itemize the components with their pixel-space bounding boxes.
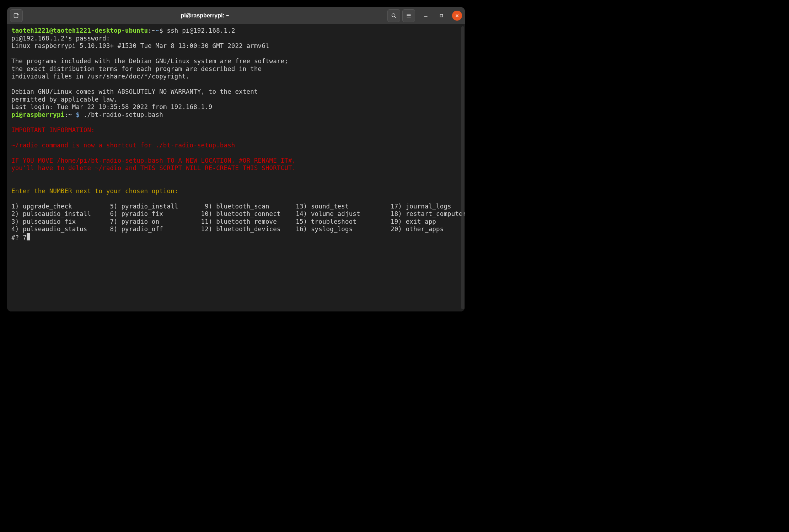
last-login: Last login: Tue Mar 22 19:35:58 2022 fro… [11,103,213,110]
remote-prompt-user: pi@raspberrypi [11,111,64,118]
new-tab-button[interactable] [10,9,23,22]
hamburger-icon [406,13,412,18]
search-button[interactable] [387,9,400,22]
user-input[interactable]: 7 [23,234,27,241]
select-prompt: #? [11,234,23,241]
remote-cmd: ./bt-radio-setup.bash [84,111,163,118]
important-line2: IF YOU MOVE /home/pi/bt-radio-setup.bash… [11,157,296,164]
motd-l2: the exact distribution terms for each pr… [11,65,262,72]
window-title: pi@raspberrypi: ~ [23,12,387,19]
important-header: IMPORTANT INFORMATION: [11,126,95,134]
search-icon [391,13,397,18]
local-prompt-colon: :~ [148,27,155,34]
terminal-viewport[interactable]: taoteh1221@taoteh1221-desktop-ubuntu:~~$… [7,24,465,311]
motd-l4: Debian GNU/Linux comes with ABSOLUTELY N… [11,88,258,95]
svg-rect-9 [440,14,443,17]
important-line1: ~/radio command is now a shortcut for ./… [11,142,235,149]
menu-row3: 3) pulseaudio_fix 7) pyradio_on 11) blue… [11,218,436,225]
menu-row4: 4) pulseaudio_status 8) pyradio_off 12) … [11,226,444,233]
minimize-icon [424,13,428,18]
menu-row2: 2) pulseaudio_install 6) pyradio_fix 10)… [11,210,465,217]
maximize-icon [439,13,444,18]
important-line3: you'll have to delete ~/radio and THIS S… [11,164,296,172]
new-tab-icon [14,13,19,18]
kernel-line: Linux raspberrypi 5.10.103+ #1530 Tue Ma… [11,42,269,49]
terminal-window: pi@raspberrypi: ~ [7,7,465,311]
svg-line-4 [395,16,396,18]
svg-rect-0 [14,13,18,18]
local-prompt-dollar: $ [159,27,167,34]
terminal-output: taoteh1221@taoteh1221-desktop-ubuntu:~~$… [11,27,461,241]
choose-line: Enter the NUMBER next to your chosen opt… [11,188,178,195]
minimize-button[interactable] [421,11,431,21]
motd-l1: The programs included with the Debian GN… [11,58,288,65]
close-button[interactable] [452,11,462,21]
cursor [27,233,30,240]
password-line: pi@192.168.1.2's password: [11,35,110,42]
motd-l3: individual files in /usr/share/doc/*/cop… [11,73,190,80]
close-icon [455,13,459,18]
motd-l5: permitted by applicable law. [11,96,118,103]
titlebar: pi@raspberrypi: ~ [7,7,465,24]
scrollbar[interactable] [461,26,464,309]
menu-button[interactable] [402,9,415,22]
menu-row1: 1) upgrade_check 5) pyradio_install 9) b… [11,203,451,210]
ssh-command: ssh pi@192.168.1.2 [167,27,235,34]
maximize-button[interactable] [436,11,446,21]
local-prompt-user: taoteh1221@taoteh1221-desktop-ubuntu [11,27,148,34]
